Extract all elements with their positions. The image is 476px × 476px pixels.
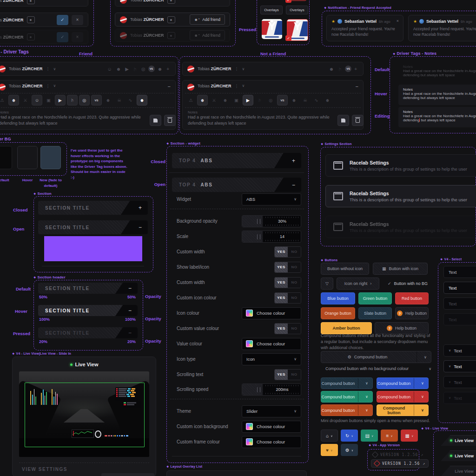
radar-icon[interactable]: ∿ bbox=[126, 95, 135, 105]
widget-select[interactable]: Slider∨ bbox=[242, 405, 301, 417]
warning-icon[interactable]: ⚠ bbox=[186, 95, 196, 105]
collapse-tab[interactable]: − bbox=[115, 305, 138, 316]
decline-button[interactable]: × bbox=[72, 15, 83, 25]
no-bg-button[interactable]: ✓Button with no BG bbox=[382, 278, 433, 290]
target-icon[interactable]: ◎ bbox=[79, 95, 90, 106]
section-header-hover[interactable]: SECTION TITLE − bbox=[38, 305, 138, 316]
kebab-menu-icon[interactable]: ⋮ bbox=[235, 84, 239, 88]
add-tag-icon[interactable]: + bbox=[353, 66, 358, 72]
person-add-icon[interactable]: ☻ bbox=[103, 95, 113, 105]
colour-picker-button[interactable]: Choose colour bbox=[242, 338, 301, 350]
settings-card-hover[interactable]: Racelab Settings This is a description o… bbox=[325, 185, 476, 207]
crossed-swords-icon[interactable]: ⚔ bbox=[209, 95, 219, 105]
delete-notes-button[interactable] bbox=[164, 115, 176, 126]
id-card-icon[interactable]: ☻ bbox=[27, 16, 35, 23]
save-mini-button[interactable]: ▤∨ bbox=[361, 430, 378, 442]
section-header-closed[interactable]: SECTION TITLE + bbox=[38, 201, 148, 215]
colour-picker-button[interactable]: Choose colour bbox=[242, 421, 301, 433]
thumbs-up-icon[interactable]: ☞ bbox=[67, 95, 78, 106]
opacity-slider[interactable]: 30% bbox=[242, 215, 301, 227]
radar-icon[interactable]: ∿ bbox=[311, 95, 321, 105]
chevron-down-icon[interactable]: ∨ bbox=[53, 84, 56, 88]
youtube-icon[interactable]: ▶ bbox=[55, 95, 66, 106]
add-tag-icon[interactable]: + bbox=[165, 66, 171, 72]
accept-button[interactable]: ✓ bbox=[57, 32, 68, 42]
driver-tag-row[interactable]: Tobias ZÜRCHER ☻ ✓ × bbox=[0, 13, 88, 27]
driver-tag-row[interactable]: Tobias ZÜRCHER ☻ ✓ × bbox=[0, 30, 88, 44]
youtube-icon[interactable]: ▶ bbox=[243, 95, 253, 106]
expand-tab[interactable]: + bbox=[121, 201, 148, 215]
swatch-hover[interactable] bbox=[17, 146, 38, 169]
headset-person-icon[interactable]: ☺ bbox=[32, 95, 42, 106]
slider-handle[interactable] bbox=[242, 231, 264, 242]
chevron-down-icon[interactable]: ∨ bbox=[53, 67, 56, 71]
driver-tag-expanded-header[interactable]: Tobias ZÜRCHER ⋮ ∨ ☺☻▶☞◎VS☻+ bbox=[0, 62, 176, 76]
yes-no-toggle[interactable]: YESNO bbox=[274, 277, 301, 288]
notes-field-editing[interactable]: Notes Had a great race on the Nordschlie… bbox=[398, 107, 476, 127]
save-notes-button[interactable] bbox=[337, 115, 349, 126]
list-mini-button[interactable]: ≡∨ bbox=[381, 430, 398, 442]
accept-button[interactable]: ✓ bbox=[57, 15, 68, 25]
settings-card[interactable]: Racelab Settings This is a description o… bbox=[325, 154, 476, 177]
yes-no-toggle[interactable]: YESNO bbox=[274, 369, 301, 380]
gear-mini-button[interactable]: ⚙∨ bbox=[341, 444, 358, 456]
red-button[interactable]: Red button bbox=[395, 292, 429, 304]
vs-badge-icon[interactable]: VS bbox=[148, 66, 155, 72]
spy-icon[interactable]: ☻ bbox=[137, 95, 147, 106]
blue-button[interactable]: Blue button bbox=[321, 292, 355, 304]
thumbs-up-icon[interactable]: ☞ bbox=[337, 66, 343, 73]
slider-handle[interactable] bbox=[242, 384, 264, 395]
notes-block[interactable]: Notes Had a great race on the Nordschlie… bbox=[188, 110, 332, 126]
person-icon[interactable]: ☻ bbox=[220, 95, 230, 105]
widget-header-open[interactable]: TOP 4 ABS − bbox=[172, 178, 301, 192]
kebab-menu-icon[interactable]: ⋮ bbox=[235, 66, 239, 71]
compound-button-blue[interactable]: Compound button∨ bbox=[377, 377, 429, 389]
delete-notes-button[interactable] bbox=[352, 115, 364, 126]
app-version-row[interactable]: VERSION 1.2.56 ↗ bbox=[371, 459, 429, 468]
chevron-down-icon[interactable]: ∨ bbox=[361, 395, 372, 399]
headset-person-icon[interactable]: ☺ bbox=[106, 66, 113, 72]
button-with-icon[interactable]: ▦Button with icon bbox=[373, 263, 428, 275]
yes-no-toggle[interactable]: YESNO bbox=[274, 292, 301, 304]
kebab-menu-icon[interactable]: ⋮ bbox=[46, 84, 50, 88]
yes-no-toggle[interactable]: YESNO bbox=[274, 262, 301, 273]
notification-card[interactable]: ★ Sebastian Vettel 6h ago × Accepted you… bbox=[326, 15, 403, 41]
button-without-icon[interactable]: Button without icon bbox=[321, 263, 369, 275]
id-card-icon[interactable]: ☻ bbox=[27, 0, 35, 4]
compound-button-amber[interactable]: Compound button∨ bbox=[377, 404, 429, 416]
live-view-tab[interactable]: Live View bbox=[441, 435, 476, 446]
person-add-icon[interactable]: ☻ bbox=[289, 95, 299, 105]
add-friend-button[interactable]: ☻⁺Add friend bbox=[190, 14, 225, 25]
help-button[interactable]: ?Help button bbox=[395, 307, 429, 319]
scale-slider[interactable]: 14 bbox=[242, 231, 301, 243]
icon-on-right-button[interactable]: Icon on right› bbox=[337, 278, 379, 290]
shield-icon[interactable]: ▣ bbox=[44, 95, 53, 105]
select-item-chevron[interactable]: ∨Text bbox=[443, 344, 476, 357]
widget-select[interactable]: ABS∨ bbox=[242, 193, 301, 205]
notes-field[interactable]: Notes Had a great race on the Nordschlie… bbox=[398, 62, 476, 82]
select-item-dim[interactable]: Text bbox=[443, 298, 476, 310]
window-mini-button[interactable]: ▦∨ bbox=[401, 430, 418, 442]
chevron-down-icon[interactable]: ∨ bbox=[242, 84, 245, 88]
layout-overlay-list-box[interactable] bbox=[166, 470, 307, 476]
decline-button[interactable]: × bbox=[72, 32, 83, 42]
refresh-mini-button[interactable]: ↻∨ bbox=[341, 430, 358, 442]
spy-icon[interactable]: ☻ bbox=[156, 66, 164, 72]
vs-badge-icon[interactable]: VS bbox=[345, 66, 351, 72]
chevron-down-icon[interactable]: ∨ bbox=[420, 355, 431, 359]
id-card-icon[interactable]: ☻ bbox=[167, 16, 175, 23]
kebab-menu-icon[interactable]: ⋮ bbox=[46, 66, 50, 71]
driver-tag-row[interactable]: Tobias ZÜRCHER ☻ bbox=[0, 0, 88, 7]
id-card-icon[interactable]: ☻ bbox=[167, 32, 175, 39]
chevron-down-icon[interactable]: ∨ bbox=[361, 408, 372, 412]
heart-mini-button[interactable]: ♥∨ bbox=[321, 444, 338, 456]
crossed-swords-icon[interactable]: ⚔ bbox=[20, 95, 30, 105]
notes-block[interactable]: Notes Had a great race on the Nordschlie… bbox=[0, 110, 143, 126]
spy-icon[interactable]: ☻ bbox=[328, 66, 336, 72]
notes-field-hover[interactable]: Notes Had a great race on the Nordschlie… bbox=[398, 85, 476, 105]
driver-icon[interactable]: ☻ bbox=[197, 95, 208, 106]
live-view-tab-dim[interactable]: Live View bbox=[441, 466, 476, 476]
id-card-icon[interactable]: ☻ bbox=[167, 0, 175, 4]
widget-select[interactable]: Icon∨ bbox=[242, 353, 301, 365]
vs-badge-icon[interactable]: VS bbox=[91, 95, 102, 106]
